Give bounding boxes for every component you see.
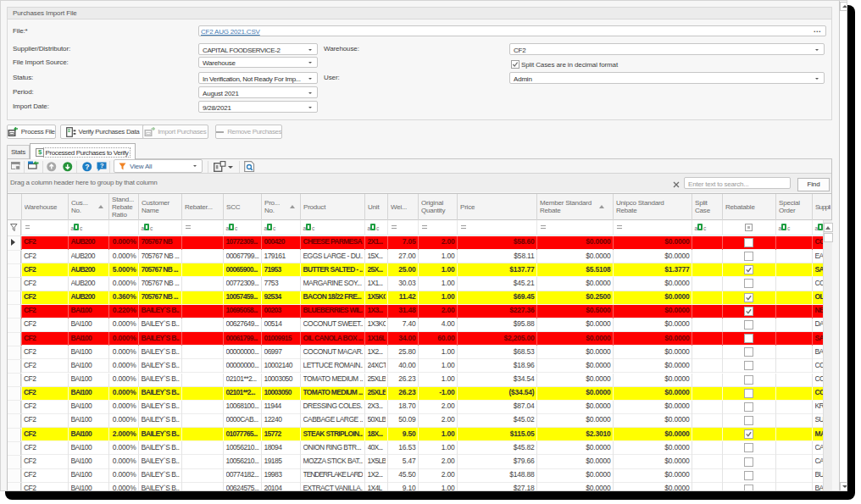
svg-text:?: ? [99,162,103,169]
svg-text:?: ? [85,162,89,170]
